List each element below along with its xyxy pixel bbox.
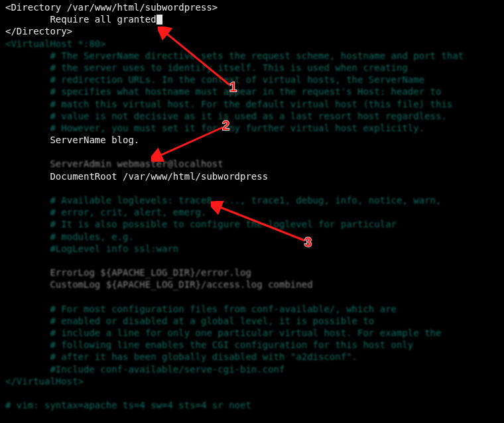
comment-line: # The ServerName directive sets the requ… [5, 50, 464, 61]
text-cursor [157, 15, 162, 25]
comment-line: # It is also possible to configure the l… [5, 219, 397, 229]
servername-directive: ServerName blog. [5, 135, 139, 145]
comment-line: #Include conf-available/serve-cgi-bin.co… [5, 364, 284, 375]
comment-line: # However, you must set it for any furth… [5, 123, 424, 133]
vim-modeline: # vim: syntax=apache ts=4 sw=4 sts=4 sr … [5, 400, 251, 410]
customlog-directive: CustomLog ${APACHE_LOG_DIR}/access.log c… [5, 279, 313, 290]
config-file-content: <Directory /var/www/html/subwordpress> R… [5, 1, 499, 411]
comment-line: # value is not decisive as it is used as… [5, 111, 447, 121]
directory-close: </Directory> [5, 26, 72, 36]
comment-line: # match this virtual host. For the defau… [5, 99, 452, 109]
virtualhost-open: <VirtualHost *:80> [5, 38, 106, 49]
comment-line: #LogLevel info ssl:warn [5, 243, 178, 254]
comment-line: # Available loglevels: trace8, ..., trac… [5, 195, 441, 206]
directory-open: <Directory /var/www/html/subwordpress> [5, 2, 218, 13]
serveradmin-directive: ServerAdmin webmaster@localhost [5, 158, 223, 169]
documentroot-directive: DocumentRoot /var/www/html/subwordpress [5, 171, 268, 182]
comment-line: # enabled or disabled at a global level,… [5, 316, 374, 326]
comment-line: # redirection URLs. In the context of vi… [5, 74, 424, 85]
virtualhost-close: </VirtualHost> [5, 376, 84, 387]
comment-line: # modules, e.g. [5, 231, 134, 242]
comment-line: # error, crit, alert, emerg. [5, 207, 206, 217]
comment-line: # specifies what hostname must appear in… [5, 86, 441, 97]
comment-line: # include a line for only one particular… [5, 328, 441, 338]
comment-line: # For most configuration files from conf… [5, 304, 397, 314]
require-directive: Require all granted [5, 14, 162, 25]
comment-line: # the server uses to identify itself. Th… [5, 62, 408, 73]
comment-line: # following line enables the CGI configu… [5, 339, 413, 350]
errorlog-directive: ErrorLog ${APACHE_LOG_DIR}/error.log [5, 267, 251, 278]
comment-line: # after it has been globally disabled wi… [5, 351, 357, 362]
